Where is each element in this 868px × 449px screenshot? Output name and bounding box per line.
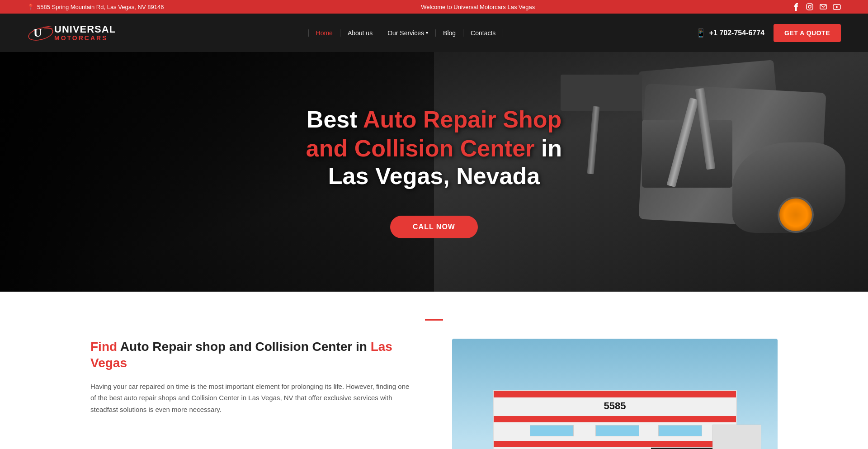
top-bar: 📍 5585 Spring Mountain Rd, Las Vegas, NV… <box>0 0 868 14</box>
call-now-button[interactable]: CALL NOW <box>390 216 478 238</box>
nav-home[interactable]: Home <box>308 29 340 37</box>
logo-icon: U <box>27 20 54 45</box>
hero-title-best: Best <box>307 106 363 132</box>
hero-section: Best Auto Repair Shop and Collision Cent… <box>0 52 868 292</box>
nav-contacts[interactable]: Contacts <box>463 29 503 37</box>
svg-point-1 <box>808 5 811 8</box>
hero-title-collision-red: and Collision Center <box>306 135 535 161</box>
welcome-text: Welcome to Universal Motorcars Las Vegas <box>421 4 535 10</box>
address-area: 📍 5585 Spring Mountain Rd, Las Vegas, NV… <box>27 4 164 10</box>
hero-title-auto-repair: Auto Repair Shop <box>363 106 561 132</box>
red-divider <box>425 319 443 321</box>
phone-area[interactable]: 📱 +1 702-754-6774 <box>696 28 764 38</box>
facebook-icon[interactable] <box>792 3 800 11</box>
nav-services[interactable]: Our Services ▾ <box>380 29 436 37</box>
building-number: 5585 <box>604 400 626 412</box>
social-links <box>792 3 841 11</box>
svg-rect-0 <box>807 4 813 10</box>
nav-blog[interactable]: Blog <box>436 29 463 37</box>
hero-content: Best Auto Repair Shop and Collision Cent… <box>306 105 562 239</box>
location-icon: 📍 <box>27 4 34 10</box>
address-text: 5585 Spring Mountain Rd, Las Vegas, NV 8… <box>37 4 164 10</box>
hero-title: Best Auto Repair Shop <box>306 105 562 133</box>
get-quote-button[interactable]: GET A QUOTE <box>774 24 841 42</box>
instagram-icon[interactable] <box>806 3 814 11</box>
svg-point-2 <box>811 5 812 5</box>
chevron-down-icon: ▾ <box>426 30 428 35</box>
svg-marker-5 <box>836 6 839 8</box>
building-image: 5585 UNIVERSALMOTORCARS 702-754-6774 <box>452 339 778 449</box>
header: U UNIVERSAL MOTORCARS Home About us Our … <box>0 14 868 52</box>
youtube-icon[interactable] <box>833 3 841 11</box>
content-left: Find Auto Repair shop and Collision Cent… <box>90 339 416 415</box>
phone-icon: 📱 <box>696 28 706 38</box>
content-section: Find Auto Repair shop and Collision Cent… <box>0 292 868 449</box>
svg-line-8 <box>43 26 52 28</box>
phone-number: +1 702-754-6774 <box>709 29 764 37</box>
header-right: 📱 +1 702-754-6774 GET A QUOTE <box>696 24 841 42</box>
email-icon[interactable] <box>819 3 827 11</box>
hero-title-collision: and Collision Center in <box>306 134 562 162</box>
svg-text:U: U <box>33 26 42 39</box>
logo[interactable]: U UNIVERSAL MOTORCARS <box>27 20 116 45</box>
hero-title-in: in <box>534 135 562 161</box>
content-grid: Find Auto Repair shop and Collision Cent… <box>90 339 778 449</box>
content-body: Having your car repaired on time is the … <box>90 381 416 416</box>
nav-about[interactable]: About us <box>340 29 380 37</box>
hero-subtitle-location: Las Vegas, Nevada <box>306 162 562 189</box>
main-nav: Home About us Our Services ▾ Blog Contac… <box>308 29 504 37</box>
logo-text: UNIVERSAL MOTORCARS <box>54 24 116 42</box>
content-heading: Find Auto Repair shop and Collision Cent… <box>90 339 416 372</box>
